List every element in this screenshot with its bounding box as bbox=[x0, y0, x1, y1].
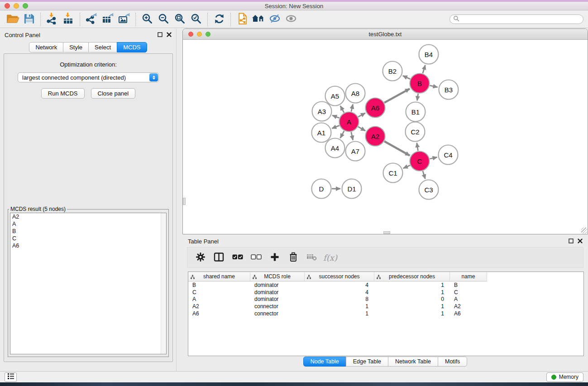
table-row[interactable]: A2connector11A2 bbox=[188, 303, 583, 310]
graph-node-C3[interactable]: C3 bbox=[419, 180, 439, 200]
graph-node-A4[interactable]: A4 bbox=[325, 138, 345, 158]
graph-edge-A6-B[interactable] bbox=[384, 89, 410, 103]
mcds-result-item[interactable]: B bbox=[10, 228, 166, 235]
graph-edge-B-B3[interactable] bbox=[430, 86, 438, 87]
show-columns-button[interactable] bbox=[210, 249, 227, 266]
close-panel-icon[interactable] bbox=[578, 238, 583, 245]
graph-node-A5[interactable]: A5 bbox=[325, 86, 345, 106]
function-builder-button[interactable]: f(x) bbox=[322, 249, 339, 266]
graph-node-A8[interactable]: A8 bbox=[346, 84, 365, 103]
graph-edge-A-A5[interactable] bbox=[340, 106, 344, 113]
column-header-mcds-role[interactable]: MCDS role bbox=[250, 272, 305, 281]
task-history-button[interactable] bbox=[5, 372, 17, 382]
graph-edge-A-A1[interactable] bbox=[332, 125, 339, 128]
add-column-button[interactable] bbox=[266, 249, 283, 266]
open-file-button[interactable] bbox=[5, 12, 21, 27]
import-network-button[interactable] bbox=[44, 12, 60, 27]
graph-node-A6[interactable]: A6 bbox=[366, 98, 385, 118]
import-table-button[interactable] bbox=[60, 12, 76, 27]
home-button[interactable] bbox=[250, 12, 267, 27]
table-row[interactable]: Adominator80A bbox=[188, 296, 583, 303]
graph-node-A[interactable]: A bbox=[339, 112, 359, 132]
graph-edge-C-C4[interactable] bbox=[430, 157, 437, 159]
float-panel-icon[interactable] bbox=[158, 32, 163, 38]
graph-node-C4[interactable]: C4 bbox=[439, 145, 458, 165]
mcds-result-item[interactable]: C bbox=[10, 235, 166, 242]
table-row[interactable]: Bdominator41B bbox=[188, 281, 583, 289]
scrollbar[interactable] bbox=[161, 213, 166, 354]
search-box[interactable] bbox=[449, 14, 583, 24]
memory-button[interactable]: Memory bbox=[546, 372, 583, 382]
graph-edge-A-A8[interactable] bbox=[351, 104, 353, 111]
graph-edge-C-C1[interactable] bbox=[403, 165, 410, 168]
graph-edge-A-A4[interactable] bbox=[340, 131, 344, 138]
graph-edge-A2-C[interactable] bbox=[384, 141, 410, 156]
tab-node-table[interactable]: Node Table bbox=[303, 357, 346, 367]
column-header-predecessor-nodes[interactable]: predecessor nodes bbox=[374, 272, 450, 281]
column-header-shared-name[interactable]: shared name bbox=[188, 272, 250, 281]
graph-edge-A-A6[interactable] bbox=[358, 113, 365, 117]
export-image-button[interactable] bbox=[116, 12, 132, 27]
graph-node-A3[interactable]: A3 bbox=[312, 102, 332, 121]
tab-motifs[interactable]: Motifs bbox=[438, 357, 467, 367]
graph-node-C1[interactable]: C1 bbox=[383, 163, 403, 183]
resize-grip[interactable] bbox=[581, 228, 587, 234]
deselect-all-button[interactable] bbox=[248, 249, 264, 266]
graph-edge-B-B1[interactable] bbox=[417, 94, 418, 101]
show-annotations-button[interactable] bbox=[283, 12, 299, 27]
close-panel-icon[interactable] bbox=[167, 32, 172, 38]
delete-table-button[interactable] bbox=[303, 249, 320, 266]
mcds-result-item[interactable]: A6 bbox=[10, 242, 166, 249]
select-all-button[interactable] bbox=[229, 249, 246, 266]
search-input[interactable] bbox=[459, 16, 580, 23]
graph-edge-C-C2[interactable] bbox=[417, 143, 418, 151]
graph-node-C2[interactable]: C2 bbox=[406, 122, 425, 142]
graph-node-C[interactable]: C bbox=[410, 152, 430, 171]
close-panel-button[interactable]: Close panel bbox=[91, 88, 136, 99]
apply-layout-button[interactable] bbox=[211, 12, 227, 27]
run-mcds-button[interactable]: Run MCDS bbox=[41, 88, 85, 99]
criterion-dropdown[interactable]: largest connected component (directed) bbox=[18, 72, 159, 82]
zoom-selected-button[interactable] bbox=[188, 12, 204, 27]
graph-edge-A-A7[interactable] bbox=[351, 132, 353, 140]
graph-node-B2[interactable]: B2 bbox=[383, 62, 402, 81]
graph-node-B1[interactable]: B1 bbox=[406, 102, 425, 122]
tab-edge-table[interactable]: Edge Table bbox=[346, 357, 388, 367]
export-network-button[interactable] bbox=[83, 12, 100, 27]
new-network-from-selection-button[interactable] bbox=[234, 12, 250, 27]
graph-node-D1[interactable]: D1 bbox=[342, 179, 362, 199]
graph-node-B3[interactable]: B3 bbox=[439, 80, 459, 100]
save-session-button[interactable] bbox=[21, 12, 37, 27]
panel-handle[interactable] bbox=[383, 231, 390, 234]
tab-network[interactable]: Network bbox=[29, 42, 63, 52]
delete-column-button[interactable] bbox=[285, 249, 301, 266]
network-canvas[interactable]: A5A8A3A1A4A7AA6A2B2B4BB3B1C2C4CC1C3DD1 bbox=[183, 40, 588, 234]
column-header-successor-nodes[interactable]: successor nodes bbox=[305, 272, 374, 281]
table-settings-button[interactable] bbox=[192, 249, 209, 266]
graph-edge-A-A3[interactable] bbox=[332, 115, 339, 118]
table-row[interactable]: A6connector11A6 bbox=[188, 310, 583, 317]
zoom-fit-button[interactable] bbox=[172, 12, 188, 27]
tab-mcds[interactable]: MCDS bbox=[117, 42, 147, 52]
mcds-result-item[interactable]: A2 bbox=[10, 213, 166, 220]
export-table-button[interactable] bbox=[100, 12, 116, 27]
hide-annotations-button[interactable] bbox=[267, 12, 283, 27]
zoom-in-button[interactable] bbox=[139, 12, 155, 27]
tab-network-table[interactable]: Network Table bbox=[388, 357, 438, 367]
graph-node-B4[interactable]: B4 bbox=[419, 45, 439, 64]
graph-node-A2[interactable]: A2 bbox=[366, 127, 385, 146]
tab-style[interactable]: Style bbox=[63, 42, 89, 52]
tab-select[interactable]: Select bbox=[88, 42, 117, 52]
mcds-result-item[interactable]: A bbox=[10, 220, 166, 228]
graph-edge-B-B4[interactable] bbox=[423, 65, 425, 73]
column-header-name[interactable]: name bbox=[450, 272, 487, 281]
table-row[interactable]: Cdominator41C bbox=[188, 289, 583, 296]
graph-edge-C-C3[interactable] bbox=[423, 171, 425, 179]
graph-node-B[interactable]: B bbox=[410, 74, 430, 93]
graph-node-A1[interactable]: A1 bbox=[312, 123, 331, 143]
float-panel-icon[interactable] bbox=[569, 238, 574, 245]
graph-edge-A-A2[interactable] bbox=[358, 127, 365, 131]
zoom-out-button[interactable] bbox=[155, 12, 172, 27]
panel-handle[interactable] bbox=[183, 198, 186, 205]
graph-node-D[interactable]: D bbox=[312, 179, 331, 199]
